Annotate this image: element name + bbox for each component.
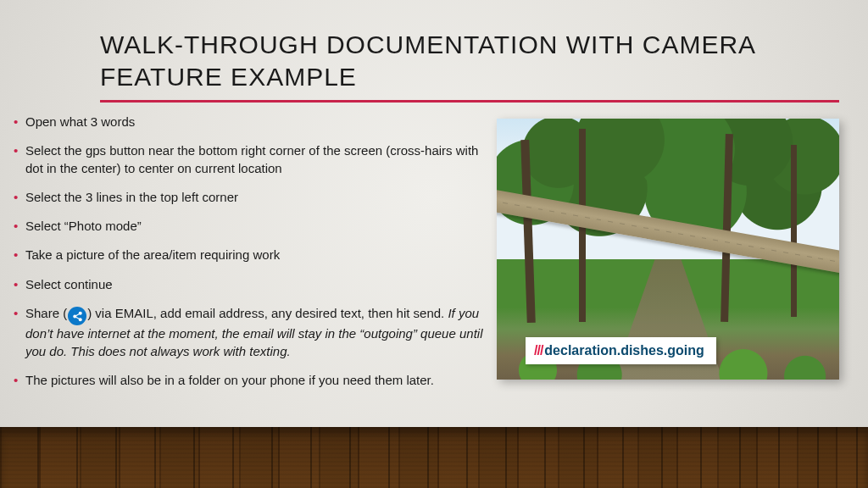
- list-item: The pictures will also be in a folder on…: [12, 372, 487, 389]
- svg-point-1: [74, 315, 76, 318]
- w3w-slashes: ///: [534, 343, 542, 358]
- share-icon: [68, 307, 86, 325]
- list-item: Open what 3 words: [12, 114, 487, 130]
- title-wrap: WALK-THROUGH DOCUMENTATION WITH CAMERA F…: [100, 29, 795, 92]
- svg-point-2: [79, 319, 81, 321]
- list-item: Take a picture of the area/item requirin…: [12, 247, 487, 263]
- slide: WALK-THROUGH DOCUMENTATION WITH CAMERA F…: [0, 0, 868, 488]
- wood-floor: [0, 427, 868, 488]
- example-photo: ///declaration.dishes.going: [497, 119, 839, 380]
- w3w-address: declaration.dishes.going: [544, 343, 704, 358]
- what3words-tag: ///declaration.dishes.going: [526, 337, 716, 364]
- list-item: Select the 3 lines in the top left corne…: [12, 189, 487, 206]
- instruction-list: Open what 3 words Select the gps button …: [12, 114, 487, 389]
- share-text-post: ) via EMAIL, add email address, any desi…: [87, 306, 448, 320]
- list-item: Select continue: [12, 276, 487, 293]
- svg-line-4: [75, 317, 79, 319]
- list-item: Select the gps button near the bottom ri…: [12, 142, 487, 177]
- svg-line-3: [75, 313, 79, 315]
- slide-title: WALK-THROUGH DOCUMENTATION WITH CAMERA F…: [100, 29, 795, 92]
- svg-point-0: [79, 312, 81, 314]
- title-underline: [100, 100, 839, 103]
- content-area: Open what 3 words Select the gps button …: [12, 114, 487, 401]
- list-item: Select “Photo mode”: [12, 218, 487, 235]
- share-text-pre: Share (: [25, 306, 67, 320]
- forest-scene: ///declaration.dishes.going: [497, 119, 839, 380]
- list-item: Share ( ) via EMAIL, add email address, …: [12, 305, 487, 360]
